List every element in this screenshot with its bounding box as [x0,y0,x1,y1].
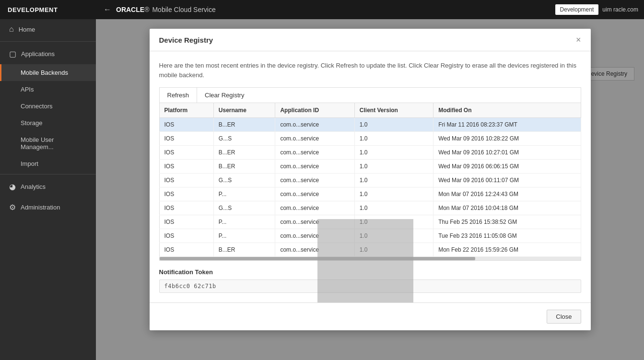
table-cell-app_id: com.o...service [275,118,354,132]
sidebar-item-apis-label: APIs [21,86,34,93]
home-icon: ⌂ [9,25,14,34]
sidebar-item-home[interactable]: ⌂ Home [0,19,96,39]
table-row[interactable]: IOSG...Scom.o...service1.0Wed Mar 09 201… [159,132,581,146]
device-registry-modal: Device Registry × Here are the ten most … [150,29,591,330]
table-cell-client_version: 1.0 [354,118,433,132]
table-cell-modified_on: Thu Feb 25 2016 15:38:52 GM [433,215,581,229]
table-cell-modified_on: Mon Mar 07 2016 10:04:18 GM [433,201,581,215]
col-modified-on: Modified On [433,103,581,118]
table-row[interactable]: IOSP...com.o...service1.0Thu Feb 25 2016… [159,215,581,229]
sidebar-item-mobile-backends[interactable]: Mobile Backends [0,64,96,81]
table-row[interactable]: IOSP...com.o...service1.0Tue Feb 23 2016… [159,229,581,243]
table-cell-modified_on: Tue Feb 23 2016 11:05:08 GM [433,229,581,243]
table-cell-username: P... [213,229,275,243]
table-cell-platform: IOS [159,243,213,257]
table-row[interactable]: IOSB...ERcom.o...service1.0Wed Mar 09 20… [159,160,581,174]
table-cell-platform: IOS [159,132,213,146]
table-cell-username: G...S [213,174,275,187]
table-cell-modified_on: Wed Mar 09 2016 10:28:22 GM [433,132,581,146]
table-row[interactable]: IOSP...com.o...service1.0Mon Mar 07 2016… [159,187,581,201]
table-container: Platform Username Application ID Client … [159,103,581,257]
table-cell-username: G...S [213,132,275,146]
modal-body: Here are the ten most recent entries in … [150,51,591,302]
table-cell-username: B...ER [213,146,275,160]
table-cell-username: P... [213,187,275,201]
table-cell-platform: IOS [159,187,213,201]
table-cell-client_version: 1.0 [354,243,433,257]
environment-button[interactable]: Development [555,4,599,15]
table-scrollbar-thumb [160,257,476,260]
table-cell-client_version: 1.0 [354,132,433,146]
topbar-center: ← ORACLE® Mobile Cloud Service [96,5,550,14]
sidebar-item-analytics[interactable]: ◕ Analytics [0,176,96,197]
table-cell-app_id: com.o...service [275,229,354,243]
sidebar-item-administration-label: Administration [21,204,60,211]
table-wrapper[interactable]: Platform Username Application ID Client … [159,103,581,257]
sidebar-item-mobile-backends-label: Mobile Backends [21,69,68,76]
sidebar-item-applications[interactable]: ▢ Applications [0,44,96,64]
table-scrollbar[interactable] [159,257,581,261]
topbar: DEVELOPMENT ← ORACLE® Mobile Cloud Servi… [0,0,644,19]
table-row[interactable]: IOSB...ERcom.o...service1.0Mon Feb 22 20… [159,243,581,257]
sidebar-item-mobile-user-mgmt-label: Mobile User Managem... [21,136,54,151]
user-info-label: uim racle.com [602,6,638,13]
sidebar-item-connectors-label: Connectors [21,103,52,110]
table-row[interactable]: IOSB...ERcom.o...service1.0Fri Mar 11 20… [159,118,581,132]
table-cell-platform: IOS [159,174,213,187]
back-arrow-icon[interactable]: ← [104,5,111,14]
table-cell-platform: IOS [159,146,213,160]
device-registry-table: Platform Username Application ID Client … [159,103,581,257]
table-cell-platform: IOS [159,229,213,243]
table-cell-app_id: com.o...service [275,187,354,201]
notification-token-value: f4b6cc0 62c71b [159,279,581,293]
table-body: IOSB...ERcom.o...service1.0Fri Mar 11 20… [159,118,581,257]
topbar-right: Development uim racle.com [550,4,644,15]
sidebar-item-analytics-label: Analytics [21,183,46,190]
modal-description: Here are the ten most recent entries in … [159,61,581,80]
refresh-button[interactable]: Refresh [160,88,198,103]
table-cell-platform: IOS [159,201,213,215]
clear-registry-button[interactable]: Clear Registry [197,88,252,103]
close-button[interactable]: Close [547,310,581,324]
sidebar-item-import[interactable]: Import [0,155,96,172]
sidebar-item-mobile-user-mgmt[interactable]: Mobile User Managem... [0,131,96,155]
modal-overlay: Device Registry × Here are the ten most … [96,19,644,360]
sidebar-divider-1 [0,41,96,42]
table-cell-platform: IOS [159,215,213,229]
sidebar-item-apis[interactable]: APIs [0,81,96,98]
table-cell-client_version: 1.0 [354,160,433,174]
table-row[interactable]: IOSG...Scom.o...service1.0Wed Mar 09 201… [159,174,581,187]
table-row[interactable]: IOSB...ERcom.o...service1.0Wed Mar 09 20… [159,146,581,160]
table-cell-app_id: com.o...service [275,215,354,229]
sidebar-item-administration[interactable]: ⚙ Administration [0,197,96,218]
table-cell-username: B...ER [213,243,275,257]
applications-icon: ▢ [9,49,16,58]
table-cell-app_id: com.o...service [275,243,354,257]
sidebar-item-storage[interactable]: Storage [0,115,96,131]
sidebar-item-home-label: Home [19,26,35,33]
sidebar-item-storage-label: Storage [21,119,43,127]
table-cell-username: P... [213,215,275,229]
oracle-logo: ORACLE® [116,6,149,13]
table-header: Platform Username Application ID Client … [159,103,581,118]
col-platform: Platform [159,103,213,118]
table-cell-platform: IOS [159,160,213,174]
table-cell-client_version: 1.0 [354,187,433,201]
table-cell-modified_on: Mon Mar 07 2016 12:24:43 GM [433,187,581,201]
table-cell-modified_on: Mon Feb 22 2016 15:59:26 GM [433,243,581,257]
table-cell-client_version: 1.0 [354,229,433,243]
table-cell-app_id: com.o...service [275,201,354,215]
modal-title: Device Registry [159,36,213,44]
service-name-label: Mobile Cloud Service [152,6,215,13]
table-header-row: Platform Username Application ID Client … [159,103,581,118]
table-cell-app_id: com.o...service [275,146,354,160]
administration-icon: ⚙ [9,203,16,212]
modal-close-button[interactable]: × [576,35,581,44]
table-cell-username: B...ER [213,160,275,174]
table-row[interactable]: IOSG...Scom.o...service1.0Mon Mar 07 201… [159,201,581,215]
sidebar-divider-2 [0,174,96,174]
table-cell-app_id: com.o...service [275,174,354,187]
sidebar-item-connectors[interactable]: Connectors [0,98,96,115]
col-username: Username [213,103,275,118]
notification-token-label: Notification Token [159,268,581,276]
